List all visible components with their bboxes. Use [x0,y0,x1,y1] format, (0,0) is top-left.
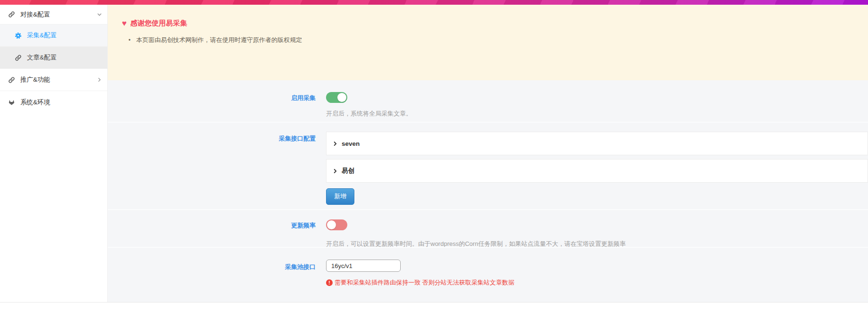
pool-api-warning: ! 需要和采集站插件路由保持一致 否则分站无法获取采集站文章数据 [326,278,868,287]
link-icon [8,11,15,18]
pool-api-warning-text: 需要和采集站插件路由保持一致 否则分站无法获取采集站文章数据 [335,278,515,287]
link-icon [8,76,15,84]
link-icon [15,54,22,61]
chevron-right-icon [97,77,102,83]
sidebar-item-collect-config[interactable]: 采集&配置 [0,25,107,47]
toggle-knob [337,93,346,102]
sidebar-item-label: 对接&配置 [20,10,50,19]
update-frequency-toggle[interactable] [326,219,347,230]
panel-title: 易创 [342,167,354,175]
pool-api-label: 采集池接口 [108,260,316,271]
sidebar-item-docking-config[interactable]: 对接&配置 [0,5,107,25]
section-api-config: 采集接口配置 seven [108,122,868,209]
sidebar-item-label: 文章&配置 [27,53,57,62]
sidebar-item-article-config[interactable]: 文章&配置 [0,47,107,69]
notice-title: 感谢您使用易采集 [130,19,187,28]
notice-body: •本页面由易创技术网制作，请在使用时遵守原作者的版权规定 [122,36,859,44]
section-enable-collect: 启用采集 开启后，系统将全局采集文章。 [108,80,868,122]
bottom-strip [0,302,868,311]
section-pool-api: 采集池接口 ! 需要和采集站插件路由保持一致 否则分站无法获取采集站文章数据 [108,247,868,302]
chevron-right-icon [333,141,338,146]
sidebar-item-label: 系统&环境 [20,98,50,107]
enable-collect-helper: 开启后，系统将全局采集文章。 [326,109,868,118]
update-frequency-helper: 开启后，可以设置更新频率时间。由于wordpress的Corn任务限制，如果站点… [326,240,868,247]
notice-title-row: ♥ 感谢您使用易采集 [122,19,859,28]
collapse-panel-seven[interactable]: seven [326,132,868,155]
sidebar-item-system-environment[interactable]: 系统&环境 [0,91,107,113]
main-content: ♥ 感谢您使用易采集 •本页面由易创技术网制作，请在使用时遵守原作者的版权规定 … [108,5,868,302]
sidebar-item-promotion-functions[interactable]: 推广&功能 [0,69,107,91]
app-shell: 对接&配置 采集&配置 [0,5,868,302]
sidebar-item-label: 采集&配置 [27,31,57,40]
pool-api-input[interactable] [326,260,401,272]
collapse-panel-yichuang[interactable]: 易创 [326,159,868,183]
panel-title: seven [342,140,360,147]
chevron-right-icon [333,168,338,174]
enable-collect-toggle[interactable] [326,92,347,103]
sidebar-item-label: 推广&功能 [20,76,50,84]
heart-icon: ♥ [122,19,127,27]
api-config-label: 采集接口配置 [108,132,316,143]
sidebar: 对接&配置 采集&配置 [0,5,108,302]
notice-body-text: 本页面由易创技术网制作，请在使用时遵守原作者的版权规定 [136,36,302,43]
exclamation-circle-icon: ! [326,279,333,286]
chevron-down-icon [97,12,102,17]
bullet-dot: • [129,37,130,43]
top-gradient-bar [0,0,868,5]
enable-collect-label: 启用采集 [108,92,316,102]
toggle-knob [327,220,336,229]
thanks-notice-box: ♥ 感谢您使用易采集 •本页面由易创技术网制作，请在使用时遵守原作者的版权规定 [108,5,868,80]
add-button[interactable]: 新增 [326,188,354,205]
update-frequency-label: 更新频率 [108,219,316,230]
gitlab-icon [8,99,15,106]
section-update-frequency: 更新频率 开启后，可以设置更新频率时间。由于wordpress的Corn任务限制… [108,209,868,247]
gear-icon [15,32,22,39]
settings-form: 启用采集 开启后，系统将全局采集文章。 采集接口配置 [108,80,868,302]
